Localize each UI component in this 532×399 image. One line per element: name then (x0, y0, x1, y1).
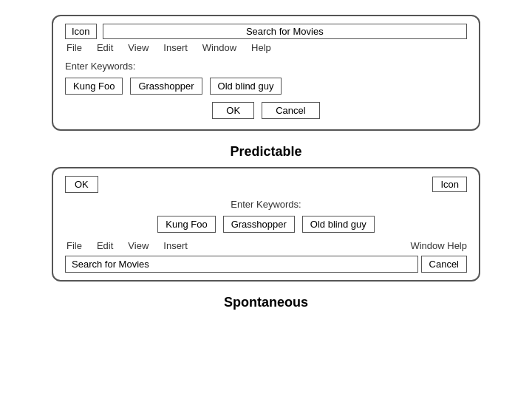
icon-label: Icon (65, 24, 97, 39)
ok-button-bottom[interactable]: OK (65, 176, 98, 193)
menu-edit-b[interactable]: Edit (97, 240, 113, 251)
menu-file-b[interactable]: File (66, 240, 82, 251)
title-bar: Icon Search for Movies (65, 24, 467, 39)
menu-help[interactable]: Help (251, 42, 271, 53)
bottom-window: OK Icon Enter Keywords: Kung Foo Grassho… (52, 167, 480, 282)
menu-view[interactable]: View (128, 42, 149, 53)
keyword-input-3[interactable]: Old blind guy (210, 78, 282, 95)
cancel-button-bottom[interactable]: Cancel (421, 256, 467, 273)
ok-button[interactable]: OK (212, 102, 254, 119)
keyword-input-b2[interactable]: Grasshopper (223, 216, 295, 233)
menu-edit[interactable]: Edit (97, 42, 113, 53)
cancel-button[interactable]: Cancel (262, 102, 319, 119)
menu-insert[interactable]: Insert (163, 42, 188, 53)
window-help-label[interactable]: Window Help (410, 240, 467, 251)
keywords-row-bottom: Kung Foo Grasshopper Old blind guy (65, 216, 467, 233)
ok-icon-row: OK Icon (65, 176, 467, 193)
menu-view-b[interactable]: View (128, 240, 149, 251)
menu-bar: File Edit View Insert Window Help (65, 42, 467, 53)
search-cancel-row: Search for Movies Cancel (65, 256, 467, 273)
keyword-input-2[interactable]: Grasshopper (130, 78, 202, 95)
predictable-label: Predictable (230, 144, 301, 160)
icon-label-bottom: Icon (432, 177, 467, 192)
menu-bar-bottom: File Edit View Insert Window Help (65, 240, 467, 251)
keyword-input-b3[interactable]: Old blind guy (302, 216, 375, 233)
search-title-input[interactable]: Search for Movies (65, 256, 418, 273)
title-text: Search for Movies (103, 24, 467, 39)
top-window: Icon Search for Movies File Edit View In… (52, 15, 480, 131)
menu-file[interactable]: File (66, 42, 82, 53)
spontaneous-label: Spontaneous (224, 295, 308, 310)
enter-keywords-label: Enter Keywords: (65, 61, 467, 72)
keywords-row: Kung Foo Grasshopper Old blind guy (65, 78, 467, 95)
enter-keywords-label-bottom: Enter Keywords: (65, 199, 467, 210)
keyword-input-1[interactable]: Kung Foo (65, 78, 123, 95)
buttons-row: OK Cancel (65, 102, 467, 119)
keyword-input-b1[interactable]: Kung Foo (157, 216, 215, 233)
menu-insert-b[interactable]: Insert (163, 240, 188, 251)
menu-window[interactable]: Window (202, 42, 236, 53)
